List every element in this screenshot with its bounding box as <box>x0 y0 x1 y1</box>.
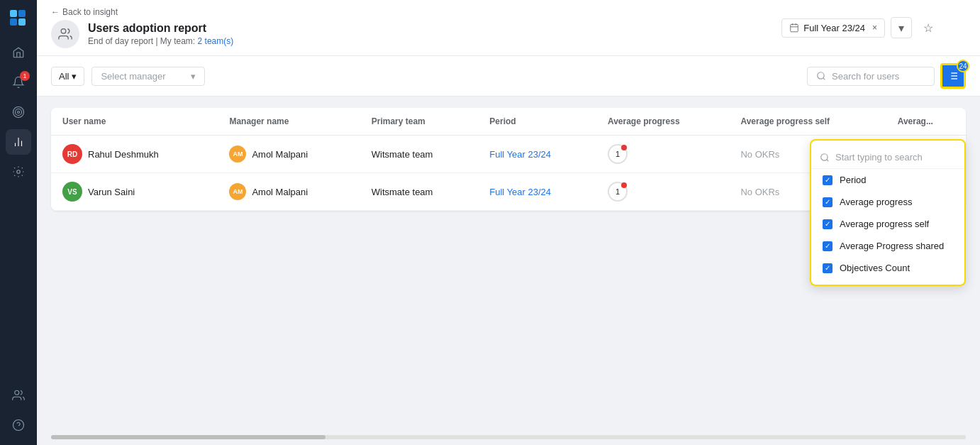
page-title: Users adoption report <box>88 22 233 35</box>
header-title-group: Users adoption report End of day report … <box>88 22 233 46</box>
dropdown-item-avg-progress-shared[interactable]: Average Progress shared <box>811 235 964 257</box>
period-filter[interactable]: Full Year 23/24 × <box>781 18 885 38</box>
svg-point-5 <box>16 109 22 116</box>
scroll-thumb[interactable] <box>51 435 325 439</box>
cell-avg-progress: 1 <box>596 136 730 173</box>
app-logo[interactable] <box>7 7 30 30</box>
checkbox-avg-progress-self[interactable] <box>823 219 833 229</box>
dropdown-item-avg-progress-self[interactable]: Average progress self <box>811 213 964 235</box>
scroll-bar[interactable] <box>51 435 966 439</box>
filter-dropdown-icon: ▾ <box>72 71 77 82</box>
cell-manager: AM Amol Malpani <box>218 173 360 211</box>
checkbox-avg-progress-shared[interactable] <box>823 241 833 251</box>
toolbar-right: Search for users 24 <box>807 63 966 89</box>
checkbox-objectives-count[interactable] <box>823 263 833 273</box>
cell-username: RD Rahul Deshmukh <box>51 136 218 173</box>
search-icon <box>816 71 826 81</box>
table-area: User name Manager name Primary team Peri… <box>37 97 980 429</box>
filter-all-label: All <box>59 71 69 82</box>
svg-point-6 <box>18 111 20 114</box>
svg-point-18 <box>818 72 824 79</box>
search-users-input[interactable]: Search for users <box>807 67 935 86</box>
search-placeholder: Search for users <box>832 71 899 82</box>
calendar-icon <box>789 23 799 33</box>
columns-search-placeholder: Start typing to search <box>835 152 923 163</box>
subtitle-myteam: My team: <box>160 36 195 46</box>
svg-rect-14 <box>791 24 798 32</box>
svg-rect-3 <box>18 18 26 26</box>
main-content: ← Back to insight Users adoption report … <box>37 0 980 445</box>
chevron-down-icon: ▾ <box>898 21 904 35</box>
sidebar-item-bell[interactable]: 1 <box>6 70 31 95</box>
dropdown-item-objectives-count[interactable]: Objectives Count <box>811 257 964 279</box>
columns-dropdown-panel: Start typing to search Period Average pr… <box>810 139 966 286</box>
svg-point-12 <box>13 420 24 431</box>
star-button[interactable]: ☆ <box>918 17 939 38</box>
svg-point-26 <box>821 153 828 160</box>
dropdown-item-label: Objectives Count <box>840 263 910 273</box>
columns-button[interactable]: 24 <box>940 63 966 89</box>
sidebar: 1 <box>0 0 37 445</box>
sidebar-item-help[interactable] <box>6 412 31 438</box>
svg-point-10 <box>17 170 21 174</box>
period-label: Full Year 23/24 <box>803 23 865 33</box>
username-label: Varun Saini <box>88 187 135 197</box>
manager-select[interactable]: Select manager ▾ <box>91 67 205 86</box>
cell-period: Full Year 23/24 <box>478 136 596 173</box>
page-subtitle: End of day report | My team: 2 team(s) <box>88 36 233 46</box>
sidebar-item-home[interactable] <box>6 40 31 65</box>
sidebar-item-team[interactable] <box>6 383 31 408</box>
username-label: Rahul Deshmukh <box>88 149 159 160</box>
cell-team: Witsmate team <box>360 136 479 173</box>
cell-period: Full Year 23/24 <box>478 173 596 211</box>
filter-all-btn[interactable]: All ▾ <box>51 67 84 86</box>
progress-indicator <box>621 145 627 150</box>
page-header: ← Back to insight Users adoption report … <box>37 0 980 56</box>
cell-manager: AM Amol Malpani <box>218 136 360 173</box>
sidebar-item-settings[interactable] <box>6 159 31 185</box>
sidebar-bottom <box>6 383 31 438</box>
svg-rect-2 <box>10 18 17 26</box>
cell-avg-progress: 1 <box>596 173 730 211</box>
dropdown-item-avg-progress[interactable]: Average progress <box>811 191 964 213</box>
svg-rect-1 <box>18 10 26 17</box>
checkbox-avg-progress[interactable] <box>823 197 833 207</box>
manager-label: Amol Malpani <box>252 187 308 197</box>
col-avg-progress: Average progress <box>596 108 730 136</box>
dropdown-item-label: Average progress self <box>840 219 929 229</box>
col-average: Averag... <box>886 108 966 136</box>
back-link[interactable]: ← Back to insight <box>51 7 233 17</box>
search-icon <box>820 153 830 163</box>
checkbox-period[interactable] <box>823 175 833 185</box>
col-avg-progress-self: Average progress self <box>729 108 886 136</box>
sidebar-item-reports[interactable] <box>6 129 31 155</box>
svg-line-19 <box>823 78 825 80</box>
columns-count-badge: 24 <box>957 60 969 72</box>
teams-link[interactable]: 2 team(s) <box>198 36 234 46</box>
col-manager: Manager name <box>218 108 360 136</box>
svg-line-27 <box>827 159 829 161</box>
dropdown-item-period[interactable]: Period <box>811 169 964 191</box>
dropdown-item-label: Average Progress shared <box>840 241 944 251</box>
table-header: User name Manager name Primary team Peri… <box>51 108 966 136</box>
back-link-label: Back to insight <box>62 7 118 17</box>
funnel-icon <box>950 22 961 33</box>
report-avatar <box>51 20 79 48</box>
sidebar-item-okr[interactable] <box>6 99 31 125</box>
manager-dropdown-icon: ▾ <box>191 71 196 82</box>
progress-indicator <box>621 182 627 188</box>
manager-avatar: AM <box>229 145 246 163</box>
period-dropdown-btn[interactable]: ▾ <box>891 17 912 38</box>
period-close-icon[interactable]: × <box>872 23 877 33</box>
header-right: Full Year 23/24 × ▾ ☆ <box>781 17 966 38</box>
columns-search[interactable]: Start typing to search <box>811 146 964 169</box>
svg-point-4 <box>13 107 24 118</box>
header-left: ← Back to insight Users adoption report … <box>51 7 233 48</box>
filter-button[interactable] <box>945 17 966 38</box>
manager-label: Amol Malpani <box>252 149 308 160</box>
col-username: User name <box>51 108 218 136</box>
svg-rect-0 <box>10 10 17 17</box>
user-avatar: VS <box>62 182 82 202</box>
columns-icon <box>947 70 959 82</box>
toolbar: All ▾ Select manager ▾ Search for users … <box>37 56 980 97</box>
